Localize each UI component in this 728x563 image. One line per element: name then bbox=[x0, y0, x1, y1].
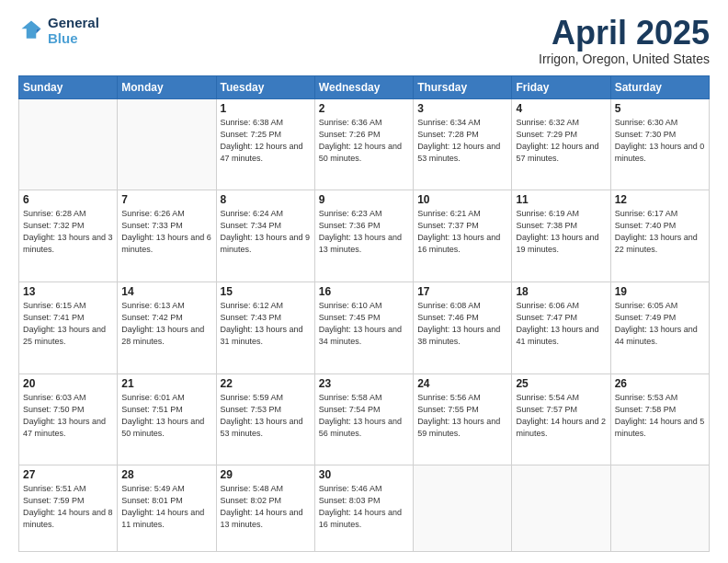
day-info: Sunrise: 6:12 AM Sunset: 7:43 PM Dayligh… bbox=[221, 300, 311, 348]
day-info: Sunrise: 6:21 AM Sunset: 7:37 PM Dayligh… bbox=[417, 208, 507, 256]
day-info: Sunrise: 6:28 AM Sunset: 7:32 PM Dayligh… bbox=[23, 208, 113, 256]
header: General Blue April 2025 Irrigon, Oregon,… bbox=[18, 15, 710, 66]
day-info: Sunrise: 6:23 AM Sunset: 7:36 PM Dayligh… bbox=[319, 208, 409, 256]
day-info: Sunrise: 5:53 AM Sunset: 7:58 PM Dayligh… bbox=[615, 392, 705, 440]
day-number: 28 bbox=[121, 468, 211, 481]
day-number: 25 bbox=[516, 377, 606, 390]
calendar-cell: 19Sunrise: 6:05 AM Sunset: 7:49 PM Dayli… bbox=[610, 282, 709, 373]
day-info: Sunrise: 5:49 AM Sunset: 8:01 PM Dayligh… bbox=[121, 483, 211, 531]
day-info: Sunrise: 5:58 AM Sunset: 7:54 PM Dayligh… bbox=[319, 392, 409, 440]
calendar-cell: 30Sunrise: 5:46 AM Sunset: 8:03 PM Dayli… bbox=[314, 465, 413, 552]
day-info: Sunrise: 5:46 AM Sunset: 8:03 PM Dayligh… bbox=[319, 483, 409, 531]
day-number: 9 bbox=[319, 193, 409, 206]
weekday-header: Friday bbox=[512, 75, 610, 98]
weekday-header: Sunday bbox=[19, 75, 118, 98]
calendar-cell: 24Sunrise: 5:56 AM Sunset: 7:55 PM Dayli… bbox=[414, 373, 512, 465]
weekday-header: Tuesday bbox=[216, 75, 314, 98]
calendar-cell: 16Sunrise: 6:10 AM Sunset: 7:45 PM Dayli… bbox=[314, 282, 413, 373]
day-number: 4 bbox=[516, 102, 606, 115]
day-number: 27 bbox=[23, 468, 113, 481]
day-number: 26 bbox=[615, 377, 705, 390]
day-number: 1 bbox=[221, 102, 311, 115]
calendar-cell: 26Sunrise: 5:53 AM Sunset: 7:58 PM Dayli… bbox=[610, 373, 709, 465]
calendar-cell: 8Sunrise: 6:24 AM Sunset: 7:34 PM Daylig… bbox=[216, 190, 314, 282]
day-info: Sunrise: 6:38 AM Sunset: 7:25 PM Dayligh… bbox=[221, 117, 311, 165]
day-info: Sunrise: 6:32 AM Sunset: 7:29 PM Dayligh… bbox=[516, 117, 606, 165]
day-number: 30 bbox=[319, 468, 409, 481]
day-number: 8 bbox=[221, 193, 311, 206]
calendar-cell bbox=[118, 98, 216, 190]
day-info: Sunrise: 6:06 AM Sunset: 7:47 PM Dayligh… bbox=[516, 300, 606, 348]
day-number: 15 bbox=[221, 285, 311, 298]
logo-icon bbox=[18, 17, 44, 43]
page: General Blue April 2025 Irrigon, Oregon,… bbox=[0, 0, 728, 563]
day-info: Sunrise: 6:26 AM Sunset: 7:33 PM Dayligh… bbox=[121, 208, 211, 256]
month-title: April 2025 bbox=[539, 15, 710, 52]
day-number: 17 bbox=[417, 285, 507, 298]
day-number: 21 bbox=[121, 377, 211, 390]
calendar-cell bbox=[610, 465, 709, 552]
day-number: 22 bbox=[221, 377, 311, 390]
day-info: Sunrise: 6:13 AM Sunset: 7:42 PM Dayligh… bbox=[121, 300, 211, 348]
calendar-week-row: 1Sunrise: 6:38 AM Sunset: 7:25 PM Daylig… bbox=[19, 98, 710, 190]
weekday-header: Saturday bbox=[610, 75, 709, 98]
day-info: Sunrise: 6:36 AM Sunset: 7:26 PM Dayligh… bbox=[319, 117, 409, 165]
calendar-cell: 25Sunrise: 5:54 AM Sunset: 7:57 PM Dayli… bbox=[512, 373, 610, 465]
calendar-cell: 7Sunrise: 6:26 AM Sunset: 7:33 PM Daylig… bbox=[118, 190, 216, 282]
day-info: Sunrise: 5:59 AM Sunset: 7:53 PM Dayligh… bbox=[221, 392, 311, 440]
weekday-header-row: SundayMondayTuesdayWednesdayThursdayFrid… bbox=[19, 75, 710, 98]
calendar-cell: 5Sunrise: 6:30 AM Sunset: 7:30 PM Daylig… bbox=[610, 98, 709, 190]
calendar-cell: 3Sunrise: 6:34 AM Sunset: 7:28 PM Daylig… bbox=[414, 98, 512, 190]
day-info: Sunrise: 6:17 AM Sunset: 7:40 PM Dayligh… bbox=[615, 208, 705, 256]
day-info: Sunrise: 6:34 AM Sunset: 7:28 PM Dayligh… bbox=[417, 117, 507, 165]
day-info: Sunrise: 6:05 AM Sunset: 7:49 PM Dayligh… bbox=[615, 300, 705, 348]
day-number: 10 bbox=[417, 193, 507, 206]
location: Irrigon, Oregon, United States bbox=[539, 52, 710, 66]
day-number: 14 bbox=[121, 285, 211, 298]
calendar-cell bbox=[19, 98, 118, 190]
calendar-cell: 17Sunrise: 6:08 AM Sunset: 7:46 PM Dayli… bbox=[414, 282, 512, 373]
calendar-cell: 12Sunrise: 6:17 AM Sunset: 7:40 PM Dayli… bbox=[610, 190, 709, 282]
calendar-week-row: 13Sunrise: 6:15 AM Sunset: 7:41 PM Dayli… bbox=[19, 282, 710, 373]
calendar-cell: 15Sunrise: 6:12 AM Sunset: 7:43 PM Dayli… bbox=[216, 282, 314, 373]
day-number: 29 bbox=[221, 468, 311, 481]
svg-marker-1 bbox=[36, 29, 40, 34]
day-number: 23 bbox=[319, 377, 409, 390]
day-number: 19 bbox=[615, 285, 705, 298]
calendar-cell bbox=[512, 465, 610, 552]
day-number: 12 bbox=[615, 193, 705, 206]
day-number: 20 bbox=[23, 377, 113, 390]
calendar-week-row: 6Sunrise: 6:28 AM Sunset: 7:32 PM Daylig… bbox=[19, 190, 710, 282]
day-info: Sunrise: 6:24 AM Sunset: 7:34 PM Dayligh… bbox=[221, 208, 311, 256]
day-info: Sunrise: 6:10 AM Sunset: 7:45 PM Dayligh… bbox=[319, 300, 409, 348]
weekday-header: Thursday bbox=[414, 75, 512, 98]
calendar-week-row: 20Sunrise: 6:03 AM Sunset: 7:50 PM Dayli… bbox=[19, 373, 710, 465]
calendar-cell: 6Sunrise: 6:28 AM Sunset: 7:32 PM Daylig… bbox=[19, 190, 118, 282]
calendar-cell: 27Sunrise: 5:51 AM Sunset: 7:59 PM Dayli… bbox=[19, 465, 118, 552]
day-number: 16 bbox=[319, 285, 409, 298]
day-number: 11 bbox=[516, 193, 606, 206]
day-info: Sunrise: 5:48 AM Sunset: 8:02 PM Dayligh… bbox=[221, 483, 311, 531]
day-number: 5 bbox=[615, 102, 705, 115]
calendar-cell: 29Sunrise: 5:48 AM Sunset: 8:02 PM Dayli… bbox=[216, 465, 314, 552]
calendar-cell: 23Sunrise: 5:58 AM Sunset: 7:54 PM Dayli… bbox=[314, 373, 413, 465]
logo: General Blue bbox=[18, 15, 99, 47]
day-number: 24 bbox=[417, 377, 507, 390]
logo-text: General Blue bbox=[48, 15, 99, 47]
day-info: Sunrise: 5:56 AM Sunset: 7:55 PM Dayligh… bbox=[417, 392, 507, 440]
day-number: 3 bbox=[417, 102, 507, 115]
calendar-cell: 14Sunrise: 6:13 AM Sunset: 7:42 PM Dayli… bbox=[118, 282, 216, 373]
day-info: Sunrise: 6:03 AM Sunset: 7:50 PM Dayligh… bbox=[23, 392, 113, 440]
calendar-cell: 4Sunrise: 6:32 AM Sunset: 7:29 PM Daylig… bbox=[512, 98, 610, 190]
day-number: 2 bbox=[319, 102, 409, 115]
weekday-header: Monday bbox=[118, 75, 216, 98]
day-number: 6 bbox=[23, 193, 113, 206]
day-info: Sunrise: 6:08 AM Sunset: 7:46 PM Dayligh… bbox=[417, 300, 507, 348]
calendar-cell: 10Sunrise: 6:21 AM Sunset: 7:37 PM Dayli… bbox=[414, 190, 512, 282]
title-area: April 2025 Irrigon, Oregon, United State… bbox=[539, 15, 710, 66]
calendar-cell: 18Sunrise: 6:06 AM Sunset: 7:47 PM Dayli… bbox=[512, 282, 610, 373]
calendar-week-row: 27Sunrise: 5:51 AM Sunset: 7:59 PM Dayli… bbox=[19, 465, 710, 552]
calendar-cell: 20Sunrise: 6:03 AM Sunset: 7:50 PM Dayli… bbox=[19, 373, 118, 465]
day-number: 18 bbox=[516, 285, 606, 298]
calendar-cell: 28Sunrise: 5:49 AM Sunset: 8:01 PM Dayli… bbox=[118, 465, 216, 552]
